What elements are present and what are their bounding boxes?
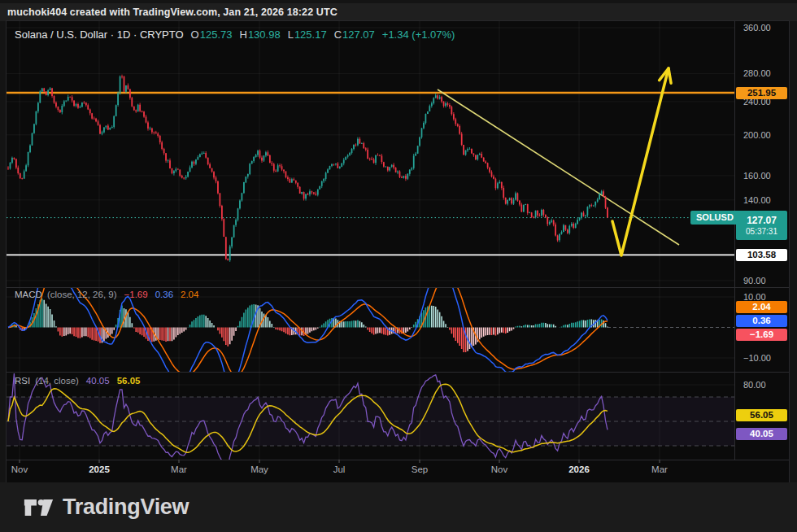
down-candle-wicks (8, 75, 608, 261)
support-price-badge: 103.58 (736, 249, 787, 261)
footer-bar: TradingView (0, 482, 797, 532)
attribution-bar: muchoki404 created with TradingView.com,… (0, 3, 797, 21)
tradingview-logo-icon[interactable] (24, 497, 54, 518)
resistance-price-badge: 251.95 (736, 87, 787, 99)
rsi-legend[interactable]: RSI (14, close) 40.05 56.05 (15, 376, 140, 386)
rsi-pane (7, 373, 734, 467)
macd-signal-badge: 2.04 (736, 301, 787, 313)
change-value: +1.34 (+1.07%) (382, 28, 455, 41)
macd-hist-value: −1.69 (124, 290, 148, 299)
up-candle-bodies (10, 76, 603, 260)
macd-hist-badge: −1.69 (736, 329, 787, 341)
down-candle-bodies (7, 76, 608, 260)
ohlc-high: H130.98 (239, 28, 280, 41)
rsi-value: 40.05 (86, 376, 110, 386)
price-tick-label: 200.00 (743, 130, 771, 140)
price-tick-label: 160.00 (743, 171, 771, 181)
time-axis-label: 2026 (568, 464, 590, 474)
symbol-legend[interactable]: Solana / U.S. Dollar · 1D · CRYPTO O125.… (15, 28, 455, 41)
time-axis-label: 2025 (89, 464, 110, 474)
price-tick-label: 280.00 (743, 68, 771, 78)
price-tick-label: 80.00 (743, 380, 766, 390)
last-price-value: 127.07 (736, 215, 787, 226)
symbol-title: Solana / U.S. Dollar · 1D · CRYPTO (15, 28, 184, 41)
time-axis-label: Jul (333, 464, 346, 474)
price-tick-label: 360.00 (743, 23, 771, 33)
macd-line-value: 0.36 (155, 290, 173, 299)
projection-arrow (612, 68, 669, 255)
macd-signal-line (8, 268, 608, 377)
price-tick-label: 90.00 (743, 276, 766, 286)
chart-panel: Solana / U.S. Dollar · 1D · CRYPTO O125.… (7, 21, 789, 482)
macd-hist-up-weak (16, 300, 608, 328)
macd-hist-up (8, 299, 602, 328)
macd-pane (8, 255, 734, 387)
time-axis-label: Mar (651, 464, 668, 474)
macd-line (8, 255, 608, 387)
time-axis-label: Nov (11, 464, 28, 474)
ohlc-close: C127.07 (334, 28, 375, 41)
time-axis[interactable]: Nov2025MarMayJulSepNov2026Mar (7, 460, 789, 482)
price-chart-canvas[interactable] (7, 21, 789, 482)
price-tick-label: −10.00 (743, 353, 771, 363)
ohlc-low: L125.17 (288, 28, 327, 41)
rsi-title: RSI (15, 376, 30, 386)
attribution-text: muchoki404 created with TradingView.com,… (7, 7, 338, 18)
time-axis-label: May (250, 464, 268, 474)
price-axis[interactable]: 251.95 127.07 05:37:31 103.58 2.04 0.36 … (734, 21, 789, 460)
macd-hist-down (18, 328, 505, 353)
macd-legend[interactable]: MACD (close, 12, 26, 9) −1.69 0.36 2.04 (15, 290, 198, 299)
price-tick-label: 140.00 (743, 195, 771, 205)
symbol-price-label-badge: SOLUSD (690, 211, 739, 225)
bar-countdown: 05:37:31 (736, 227, 787, 236)
macd-signal-value: 2.04 (181, 290, 198, 299)
rsi-params: (14, close) (35, 376, 79, 386)
tradingview-brand-text[interactable]: TradingView (63, 495, 189, 520)
last-price-badge: 127.07 05:37:31 (736, 211, 787, 240)
rsi-ma-badge: 56.05 (736, 409, 787, 421)
main-price-pane (7, 68, 734, 262)
macd-line-badge: 0.36 (736, 315, 787, 327)
time-axis-label: Mar (171, 464, 187, 474)
logo-glyph-one (24, 499, 37, 515)
macd-params: (close, 12, 26, 9) (47, 290, 117, 299)
ohlc-open: O125.73 (191, 28, 233, 41)
time-axis-label: Sep (412, 464, 428, 474)
rsi-ma-value: 56.05 (117, 376, 141, 386)
time-axis-label: Nov (491, 464, 507, 474)
rsi-value-badge: 40.05 (736, 428, 787, 440)
macd-title: MACD (15, 290, 42, 299)
